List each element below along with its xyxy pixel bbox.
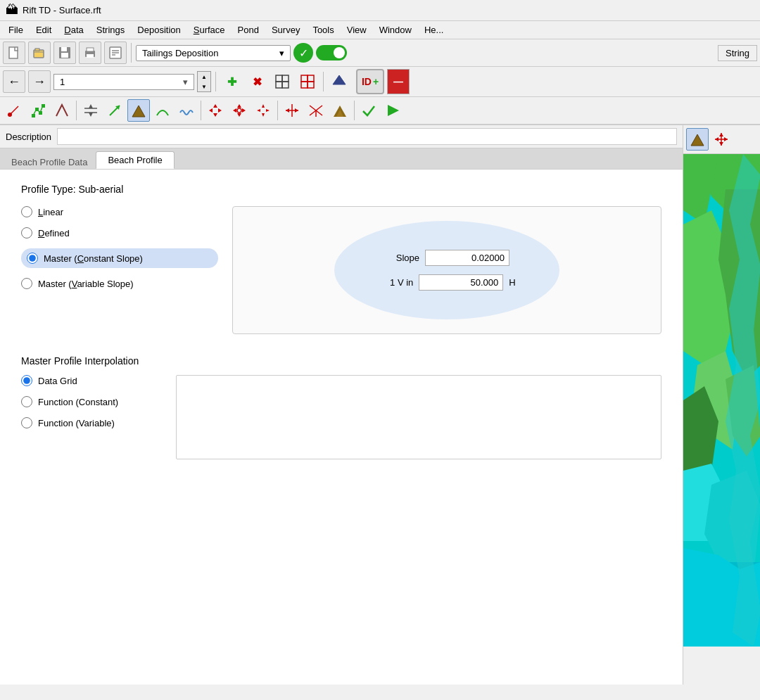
right-crosshair-button[interactable] — [710, 128, 733, 151]
mountain-tool[interactable] — [329, 99, 351, 122]
profile-type-label: Profile Type: Sub-aerial — [21, 184, 661, 195]
svg-rect-4 — [61, 47, 67, 51]
title-bar: 🏔 Rift TD - Surface.rft — [0, 0, 760, 21]
ratio-input[interactable] — [419, 274, 503, 291]
spinner[interactable]: ▲ ▼ — [197, 71, 211, 92]
sep-tools3 — [277, 101, 278, 120]
spinner-down[interactable]: ▼ — [198, 82, 210, 91]
rotate-tool[interactable] — [305, 99, 327, 122]
snap-tool[interactable] — [281, 99, 303, 122]
radio-master-variable-input[interactable] — [21, 278, 32, 289]
interpolation-options: Data Grid Function (Constant) Function (… — [21, 375, 162, 459]
menu-tools[interactable]: Tools — [307, 23, 339, 37]
curve-tool[interactable] — [151, 99, 174, 122]
dropdown-value: Tailings Deposition — [142, 48, 218, 58]
grid-button[interactable] — [271, 70, 293, 93]
toggle-button[interactable] — [316, 45, 347, 61]
menu-file[interactable]: File — [3, 23, 29, 37]
menu-strings[interactable]: Strings — [91, 23, 130, 37]
description-input[interactable] — [57, 128, 677, 145]
menu-help[interactable]: He... — [419, 23, 449, 37]
radio-master-constant-label: Master (Constant Slope) — [44, 253, 143, 264]
accept-tool[interactable] — [357, 99, 380, 122]
slope-tool[interactable] — [127, 99, 150, 122]
separator-2 — [215, 72, 216, 91]
main-panel: Description Beach Profile Data Beach Pro… — [0, 125, 683, 685]
radio-master-constant-input[interactable] — [27, 253, 38, 264]
new-button[interactable] — [3, 42, 25, 64]
svg-marker-39 — [237, 104, 241, 108]
menu-survey[interactable]: Survey — [266, 23, 305, 37]
edit-button[interactable] — [104, 42, 127, 64]
open-button[interactable] — [28, 42, 51, 64]
tailings-dropdown[interactable]: Tailings Deposition ▾ — [136, 45, 291, 61]
polygon-button[interactable] — [328, 70, 350, 93]
svg-marker-65 — [715, 137, 718, 141]
interpolation-display-panel — [176, 375, 661, 459]
tab-area: Beach Profile Data Beach Profile — [0, 148, 683, 170]
svg-marker-66 — [724, 137, 728, 141]
radio-defined-input[interactable] — [21, 227, 32, 238]
svg-rect-15 — [276, 82, 282, 88]
levels-tool[interactable] — [80, 99, 102, 122]
svg-marker-45 — [262, 113, 265, 117]
menu-deposition[interactable]: Deposition — [132, 23, 186, 37]
point-tool[interactable] — [3, 99, 25, 122]
menu-surface[interactable]: Surface — [188, 23, 231, 37]
radio-linear-label: Linear — [38, 207, 63, 217]
id-minus-panel: — — [387, 69, 410, 94]
svg-point-43 — [237, 108, 241, 113]
expand-tool[interactable] — [228, 99, 251, 122]
menu-pond[interactable]: Pond — [232, 23, 265, 37]
profile-content: Linear Defined Master (Constant Slope) — [21, 206, 661, 334]
radio-defined-label: Defined — [38, 228, 70, 238]
delete-grid-button[interactable] — [296, 70, 319, 93]
svg-marker-30 — [89, 104, 93, 108]
svg-marker-42 — [242, 108, 246, 113]
beach-profile-tab[interactable]: Beach Profile — [96, 151, 174, 169]
svg-marker-37 — [209, 108, 213, 113]
wave-tool[interactable] — [175, 99, 198, 122]
radio-data-grid-input[interactable] — [21, 375, 32, 386]
svg-rect-14 — [282, 75, 289, 82]
svg-marker-34 — [132, 106, 145, 117]
dropdown-arrow-icon: ▾ — [279, 48, 284, 58]
svg-marker-35 — [213, 104, 217, 108]
radio-function-constant-input[interactable] — [21, 396, 32, 407]
svg-marker-50 — [286, 108, 289, 113]
line-tool[interactable] — [51, 99, 73, 122]
back-button[interactable]: ← — [3, 70, 25, 93]
arrow-tool[interactable] — [103, 99, 126, 122]
right-mountain-button[interactable] — [686, 128, 709, 151]
menu-data[interactable]: Data — [58, 23, 89, 37]
string-button[interactable]: String — [718, 45, 757, 61]
spinner-up[interactable]: ▲ — [198, 72, 210, 82]
save-button[interactable] — [53, 42, 76, 64]
radio-linear-input[interactable] — [21, 206, 32, 217]
number-input[interactable]: 1 ▾ — [53, 74, 194, 90]
slope-input[interactable] — [425, 250, 509, 266]
colormap — [683, 154, 760, 647]
forward-button[interactable]: → — [28, 70, 51, 93]
string-section: String — [718, 45, 757, 61]
svg-rect-17 — [301, 75, 308, 82]
svg-rect-16 — [282, 82, 289, 88]
radio-function-variable-input[interactable] — [21, 417, 32, 428]
svg-rect-26 — [39, 111, 42, 115]
svg-marker-41 — [233, 108, 236, 113]
radio-data-grid-label: Data Grid — [38, 376, 77, 386]
run-tool[interactable] — [381, 99, 404, 122]
sep-tools4 — [354, 101, 355, 120]
svg-rect-5 — [61, 53, 68, 58]
menu-window[interactable]: Window — [374, 23, 417, 37]
node-tool[interactable] — [27, 99, 49, 122]
print-button[interactable] — [79, 42, 101, 64]
move-all-tool[interactable] — [204, 99, 227, 122]
add-button[interactable]: ✚ — [220, 70, 243, 93]
menu-edit[interactable]: Edit — [30, 23, 57, 37]
check-button[interactable]: ✓ — [293, 43, 313, 63]
select-tool[interactable] — [252, 99, 274, 122]
svg-rect-20 — [308, 82, 314, 88]
menu-view[interactable]: View — [341, 23, 372, 37]
delete-button[interactable]: ✖ — [246, 70, 268, 93]
